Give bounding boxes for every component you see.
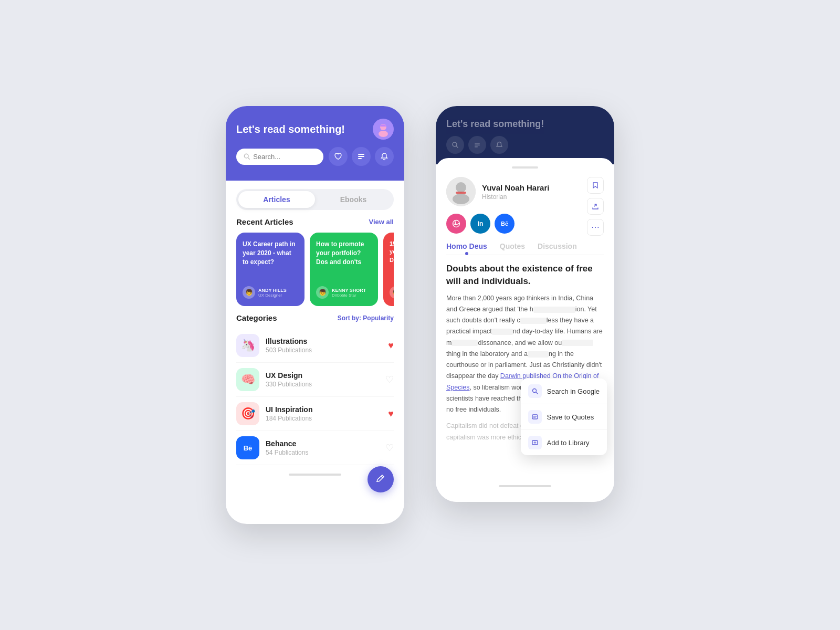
tab-quotes[interactable]: Quotes: [500, 242, 525, 255]
svg-rect-11: [475, 145, 480, 146]
sort-button[interactable]: Sort by: Popularity: [338, 314, 394, 322]
phone-2: Let's read something!: [436, 106, 614, 502]
article-heading: Doubts about the existence of free will …: [446, 262, 604, 288]
svg-point-14: [456, 182, 466, 193]
author-avatar-2: 👦: [316, 286, 329, 299]
svg-point-18: [532, 389, 536, 393]
notifications-button[interactable]: [375, 147, 394, 166]
favorites-button[interactable]: [329, 147, 348, 166]
category-icon-illustrations: 🦄: [236, 334, 259, 357]
header-icons: [329, 147, 394, 166]
svg-point-15: [453, 194, 469, 204]
context-menu: Search in Google Save to Quotes: [521, 379, 607, 455]
context-quotes-label: Save to Quotes: [547, 413, 594, 421]
like-button-behance[interactable]: ♡: [385, 442, 394, 454]
dribbble-button[interactable]: [446, 214, 466, 234]
author-avatar-3: 👦: [390, 286, 394, 299]
phone2-header-title: Let's read something!: [446, 119, 604, 130]
author-section: Yuval Noah Harari Historian: [446, 177, 604, 206]
action-icons: ⋯: [587, 177, 604, 236]
category-icon-behance: Bē: [236, 436, 259, 459]
category-item-behance: Bē Behance 54 Publications ♡: [236, 431, 394, 465]
context-menu-add-library[interactable]: Add to Library: [521, 430, 607, 455]
article-title-3: 15 Beyou cDesig: [390, 240, 394, 264]
category-info-uiinspiration: UI Inspiration 184 Publications: [266, 405, 382, 422]
tab-homo-deus[interactable]: Homo Deus: [446, 242, 487, 255]
tabs-row: Articles Ebooks: [236, 189, 394, 210]
author-avatar-1: 👦: [243, 286, 255, 299]
article-card-3[interactable]: 15 Beyou cDesig 👦: [383, 233, 394, 306]
svg-point-1: [379, 131, 388, 137]
like-button-illustrations[interactable]: ♥: [388, 340, 394, 351]
ph2-search-button[interactable]: [446, 136, 464, 154]
content-tabs: Homo Deus Quotes Discussion: [446, 242, 604, 255]
library-button[interactable]: [352, 147, 371, 166]
categories-section: Categories Sort by: Popularity 🦄 Illustr…: [226, 306, 404, 465]
author-role-1: UX Designer: [258, 293, 287, 298]
author-name-2: KENNY SHORT: [332, 288, 366, 293]
category-count-illustrations: 503 Publications: [266, 346, 382, 354]
author-avatar-lg: [446, 177, 476, 206]
category-info-uxdesign: UX Design 330 Publications: [266, 371, 379, 388]
behance-button[interactable]: Bē: [495, 214, 514, 234]
phone1-header: Let's read something!: [226, 106, 404, 181]
svg-line-9: [456, 146, 458, 148]
category-count-uiinspiration: 184 Publications: [266, 415, 382, 422]
phone2-body: Yuval Noah Harari Historian: [436, 158, 614, 502]
category-icon-uxdesign: 🧠: [236, 368, 259, 391]
article-card-1[interactable]: UX Career path in year 2020 - what to ex…: [236, 233, 304, 306]
category-info-behance: Behance 54 Publications: [266, 439, 379, 456]
tab-discussion[interactable]: Discussion: [538, 242, 577, 255]
tabs-section: Articles Ebooks: [226, 181, 404, 210]
author-details: Yuval Noah Harari Historian: [482, 183, 604, 201]
svg-rect-20: [532, 415, 538, 419]
svg-rect-12: [475, 146, 478, 148]
like-button-uiinspiration[interactable]: ♥: [388, 408, 394, 419]
bottom-bar-1: [289, 474, 341, 476]
context-quotes-icon: [528, 410, 542, 424]
search-bar[interactable]: [236, 149, 323, 165]
author-info-1: ANDY HILLS UX Designer: [258, 288, 287, 298]
author-name-lg: Yuval Noah Harari: [482, 183, 604, 192]
phone2-header-blurred: Let's read something!: [446, 119, 604, 154]
social-row: in Bē: [446, 214, 604, 234]
article-author-row-3: 👦: [390, 286, 394, 299]
category-item-illustrations: 🦄 Illustrations 503 Publications ♥: [236, 329, 394, 363]
categories-title: Categories: [236, 313, 277, 322]
bookmark-button[interactable]: [587, 177, 604, 194]
like-button-uxdesign[interactable]: ♡: [385, 374, 394, 385]
more-options-button[interactable]: ⋯: [587, 219, 604, 236]
context-menu-save-quotes[interactable]: Save to Quotes: [521, 404, 607, 430]
recent-articles-section: Recent Articles View all UX Career path …: [226, 210, 404, 306]
author-name-1: ANDY HILLS: [258, 288, 287, 293]
view-all-button[interactable]: View all: [369, 218, 394, 226]
tab-ebooks[interactable]: Ebooks: [315, 191, 392, 208]
tab-articles[interactable]: Articles: [238, 191, 315, 208]
phone-1: Let's read something!: [226, 106, 404, 524]
article-title-1: UX Career path in year 2020 - what to ex…: [243, 240, 298, 266]
svg-rect-10: [475, 143, 480, 144]
linkedin-button[interactable]: in: [470, 214, 490, 234]
category-name-illustrations: Illustrations: [266, 337, 382, 345]
recent-articles-header: Recent Articles View all: [236, 217, 394, 226]
share-button[interactable]: [587, 198, 604, 215]
articles-scroll: UX Career path in year 2020 - what to ex…: [236, 233, 394, 306]
category-item-uxdesign: 🧠 UX Design 330 Publications ♡: [236, 363, 394, 397]
category-name-uxdesign: UX Design: [266, 371, 379, 380]
category-count-behance: 54 Publications: [266, 449, 379, 456]
avatar[interactable]: [373, 119, 394, 140]
ph2-notifications-button[interactable]: [490, 136, 508, 154]
search-row: [236, 147, 394, 166]
ph2-library-button[interactable]: [468, 136, 486, 154]
fab-button[interactable]: [368, 466, 394, 492]
svg-rect-4: [358, 154, 364, 155]
context-search-icon: [528, 384, 542, 398]
article-card-2[interactable]: How to promote your portfolio? Dos and d…: [310, 233, 378, 306]
phone2-header: Let's read something!: [436, 106, 614, 164]
phone1-title: Let's read something!: [236, 123, 345, 135]
search-icon: [244, 153, 250, 160]
phone1-body: Articles Ebooks Recent Articles View all…: [226, 181, 404, 524]
author-info-2: KENNY SHORT Dribbble Star: [332, 288, 366, 298]
context-menu-search[interactable]: Search in Google: [521, 379, 607, 404]
search-input[interactable]: [253, 153, 316, 161]
